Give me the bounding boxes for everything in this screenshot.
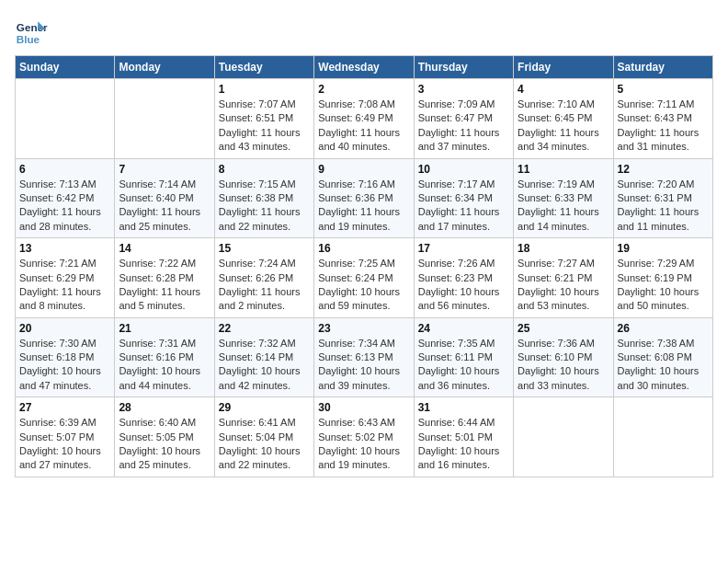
day-number: 30: [318, 401, 409, 414]
calendar-cell: 22Sunrise: 7:32 AM Sunset: 6:14 PM Dayli…: [214, 317, 313, 397]
calendar-cell: 4Sunrise: 7:10 AM Sunset: 6:45 PM Daylig…: [514, 79, 613, 159]
calendar-cell: 31Sunrise: 6:44 AM Sunset: 5:01 PM Dayli…: [414, 397, 513, 477]
day-number: 25: [518, 322, 609, 335]
day-number: 10: [418, 163, 509, 176]
day-header-friday: Friday: [514, 56, 613, 79]
calendar-cell: [16, 79, 115, 159]
day-info: Sunrise: 6:41 AM Sunset: 5:04 PM Dayligh…: [219, 416, 310, 473]
day-header-sunday: Sunday: [16, 56, 115, 79]
calendar-cell: 3Sunrise: 7:09 AM Sunset: 6:47 PM Daylig…: [414, 79, 513, 159]
day-number: 26: [618, 322, 709, 335]
day-number: 2: [318, 83, 409, 96]
day-number: 23: [318, 322, 409, 335]
calendar-cell: 17Sunrise: 7:26 AM Sunset: 6:23 PM Dayli…: [414, 238, 513, 318]
day-info: Sunrise: 7:19 AM Sunset: 6:33 PM Dayligh…: [518, 178, 609, 235]
calendar-cell: 27Sunrise: 6:39 AM Sunset: 5:07 PM Dayli…: [16, 397, 115, 477]
calendar-cell: 7Sunrise: 7:14 AM Sunset: 6:40 PM Daylig…: [115, 158, 214, 238]
calendar-cell: 5Sunrise: 7:11 AM Sunset: 6:43 PM Daylig…: [613, 79, 712, 159]
day-number: 15: [219, 242, 310, 255]
day-info: Sunrise: 7:13 AM Sunset: 6:42 PM Dayligh…: [19, 178, 110, 235]
day-header-thursday: Thursday: [414, 56, 513, 79]
day-number: 12: [618, 163, 709, 176]
day-info: Sunrise: 7:35 AM Sunset: 6:11 PM Dayligh…: [418, 337, 509, 394]
calendar-cell: 10Sunrise: 7:17 AM Sunset: 6:34 PM Dayli…: [414, 158, 513, 238]
calendar-cell: 16Sunrise: 7:25 AM Sunset: 6:24 PM Dayli…: [314, 238, 414, 318]
day-info: Sunrise: 6:40 AM Sunset: 5:05 PM Dayligh…: [119, 416, 210, 473]
calendar-cell: 24Sunrise: 7:35 AM Sunset: 6:11 PM Dayli…: [414, 317, 513, 397]
day-info: Sunrise: 7:17 AM Sunset: 6:34 PM Dayligh…: [418, 178, 509, 235]
day-number: 19: [618, 242, 709, 255]
day-number: 3: [418, 83, 509, 96]
day-info: Sunrise: 6:44 AM Sunset: 5:01 PM Dayligh…: [418, 416, 509, 473]
day-info: Sunrise: 7:24 AM Sunset: 6:26 PM Dayligh…: [219, 257, 310, 314]
calendar-cell: 25Sunrise: 7:36 AM Sunset: 6:10 PM Dayli…: [514, 317, 613, 397]
calendar-cell: 18Sunrise: 7:27 AM Sunset: 6:21 PM Dayli…: [514, 238, 613, 318]
day-info: Sunrise: 7:32 AM Sunset: 6:14 PM Dayligh…: [219, 337, 310, 394]
day-info: Sunrise: 7:15 AM Sunset: 6:38 PM Dayligh…: [219, 178, 310, 235]
day-number: 11: [518, 163, 609, 176]
day-number: 5: [618, 83, 709, 96]
calendar-cell: 12Sunrise: 7:20 AM Sunset: 6:31 PM Dayli…: [613, 158, 712, 238]
day-info: Sunrise: 7:10 AM Sunset: 6:45 PM Dayligh…: [518, 98, 609, 155]
day-header-monday: Monday: [115, 56, 214, 79]
calendar-cell: 6Sunrise: 7:13 AM Sunset: 6:42 PM Daylig…: [16, 158, 115, 238]
day-number: 20: [19, 322, 110, 335]
calendar-cell: 30Sunrise: 6:43 AM Sunset: 5:02 PM Dayli…: [314, 397, 414, 477]
calendar-cell: 20Sunrise: 7:30 AM Sunset: 6:18 PM Dayli…: [16, 317, 115, 397]
day-number: 22: [219, 322, 310, 335]
day-info: Sunrise: 7:22 AM Sunset: 6:28 PM Dayligh…: [119, 257, 210, 314]
calendar-cell: 14Sunrise: 7:22 AM Sunset: 6:28 PM Dayli…: [115, 238, 214, 318]
calendar-cell: [613, 397, 712, 477]
day-info: Sunrise: 6:39 AM Sunset: 5:07 PM Dayligh…: [19, 416, 110, 473]
day-info: Sunrise: 7:29 AM Sunset: 6:19 PM Dayligh…: [618, 257, 709, 314]
calendar-cell: [514, 397, 613, 477]
calendar-cell: 1Sunrise: 7:07 AM Sunset: 6:51 PM Daylig…: [214, 79, 313, 159]
day-info: Sunrise: 7:08 AM Sunset: 6:49 PM Dayligh…: [318, 98, 409, 155]
day-info: Sunrise: 7:20 AM Sunset: 6:31 PM Dayligh…: [618, 178, 709, 235]
day-info: Sunrise: 7:27 AM Sunset: 6:21 PM Dayligh…: [518, 257, 609, 314]
calendar-cell: 28Sunrise: 6:40 AM Sunset: 5:05 PM Dayli…: [115, 397, 214, 477]
day-info: Sunrise: 7:16 AM Sunset: 6:36 PM Dayligh…: [318, 178, 409, 235]
day-number: 18: [518, 242, 609, 255]
day-info: Sunrise: 7:14 AM Sunset: 6:40 PM Dayligh…: [119, 178, 210, 235]
day-number: 13: [19, 242, 110, 255]
day-number: 24: [418, 322, 509, 335]
day-info: Sunrise: 7:36 AM Sunset: 6:10 PM Dayligh…: [518, 337, 609, 394]
day-number: 14: [119, 242, 210, 255]
calendar-cell: 23Sunrise: 7:34 AM Sunset: 6:13 PM Dayli…: [314, 317, 414, 397]
day-number: 31: [418, 401, 509, 414]
calendar-cell: 13Sunrise: 7:21 AM Sunset: 6:29 PM Dayli…: [16, 238, 115, 318]
logo-icon: General Blue: [15, 15, 48, 48]
calendar-cell: 2Sunrise: 7:08 AM Sunset: 6:49 PM Daylig…: [314, 79, 414, 159]
day-number: 6: [19, 163, 110, 176]
day-info: Sunrise: 7:25 AM Sunset: 6:24 PM Dayligh…: [318, 257, 409, 314]
day-number: 8: [219, 163, 310, 176]
calendar-cell: 19Sunrise: 7:29 AM Sunset: 6:19 PM Dayli…: [613, 238, 712, 318]
day-info: Sunrise: 7:34 AM Sunset: 6:13 PM Dayligh…: [318, 337, 409, 394]
day-number: 27: [19, 401, 110, 414]
day-header-saturday: Saturday: [613, 56, 712, 79]
day-info: Sunrise: 7:09 AM Sunset: 6:47 PM Dayligh…: [418, 98, 509, 155]
day-header-wednesday: Wednesday: [314, 56, 414, 79]
day-number: 4: [518, 83, 609, 96]
day-info: Sunrise: 7:11 AM Sunset: 6:43 PM Dayligh…: [618, 98, 709, 155]
calendar-cell: 21Sunrise: 7:31 AM Sunset: 6:16 PM Dayli…: [115, 317, 214, 397]
day-info: Sunrise: 7:38 AM Sunset: 6:08 PM Dayligh…: [618, 337, 709, 394]
day-number: 1: [219, 83, 310, 96]
day-info: Sunrise: 6:43 AM Sunset: 5:02 PM Dayligh…: [318, 416, 409, 473]
day-info: Sunrise: 7:07 AM Sunset: 6:51 PM Dayligh…: [219, 98, 310, 155]
day-number: 29: [219, 401, 310, 414]
calendar-cell: 11Sunrise: 7:19 AM Sunset: 6:33 PM Dayli…: [514, 158, 613, 238]
day-info: Sunrise: 7:21 AM Sunset: 6:29 PM Dayligh…: [19, 257, 110, 314]
calendar-cell: 15Sunrise: 7:24 AM Sunset: 6:26 PM Dayli…: [214, 238, 313, 318]
day-info: Sunrise: 7:31 AM Sunset: 6:16 PM Dayligh…: [119, 337, 210, 394]
calendar-cell: 9Sunrise: 7:16 AM Sunset: 6:36 PM Daylig…: [314, 158, 414, 238]
logo: General Blue: [15, 15, 48, 48]
svg-text:Blue: Blue: [17, 33, 40, 45]
day-number: 17: [418, 242, 509, 255]
calendar-cell: 29Sunrise: 6:41 AM Sunset: 5:04 PM Dayli…: [214, 397, 313, 477]
calendar-cell: [115, 79, 214, 159]
day-number: 7: [119, 163, 210, 176]
day-number: 16: [318, 242, 409, 255]
day-number: 21: [119, 322, 210, 335]
